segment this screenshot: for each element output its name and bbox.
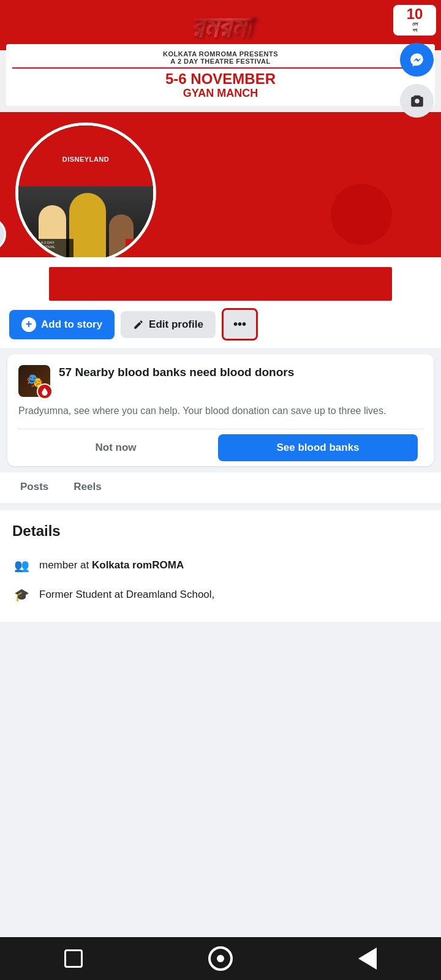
education-text: Former Student at Dreamland School, [39,587,214,602]
event-venue: GYAN MANCH [12,87,429,100]
android-nav-bar [0,937,441,980]
edit-profile-label: Edit profile [149,318,203,331]
pencil-icon [133,319,144,330]
membership-icon: 👥 [12,557,31,574]
home-icon [208,946,233,971]
blood-bank-notification: 🎭 57 Nearby blood banks need blood donor… [7,354,434,466]
details-section: Details 👥 member at Kolkata romROMA 🎓 Fo… [0,510,441,622]
side-icon-group [400,43,434,118]
deco-circle-bottom [331,184,392,245]
add-story-label: Add to story [41,318,102,331]
mini-thumb: 🎭 [126,239,153,257]
poster-text-bottom: PRESENTS A 2 DAY THEATRE FESTIVAL5-6 NOV… [18,239,74,257]
profile-picture-inner: DisneylanD PRESENTS A 2 DAY THEATRE FEST… [18,126,153,257]
notif-body-text: Pradyumna, see where you can help. Your … [18,404,423,418]
back-icon [358,948,377,970]
messenger-icon-btn[interactable] [400,43,434,77]
profile-tabs: Posts Reels [0,472,441,504]
nav-recent-apps[interactable] [57,942,91,976]
event-subtitle-2: A 2 DAY THEATRE FESTIVAL [12,58,429,65]
notif-text-body: 57 Nearby blood banks need blood donors [59,365,294,380]
action-buttons-row: + Add to story Edit profile ••• [0,301,441,348]
event-date: 5-6 NOVEMBER [12,71,429,87]
messenger-icon [409,52,425,68]
nav-home[interactable] [204,942,238,976]
add-to-story-button[interactable]: + Add to story [9,310,115,339]
home-icon-inner [217,955,224,962]
membership-text: member at Kolkata romROMA [39,558,184,573]
not-now-button[interactable]: Not now [18,429,213,466]
more-options-button[interactable]: ••• [222,308,258,341]
plus-circle-icon: + [21,317,36,332]
tab-posts[interactable]: Posts [9,472,59,503]
romroma-title: রমরমা [190,12,251,41]
disneyland-label-inner: DisneylanD [62,156,110,163]
notif-actions: Not now See blood banks [18,429,423,466]
notif-title: 57 Nearby blood banks need blood donors [59,365,294,380]
cover-poster: 10 দেশ দশ রমরমা KOLKATA ROMROMA PRESENTS… [0,0,441,112]
camera-icon [409,93,425,109]
profile-picture[interactable]: DisneylanD PRESENTS A 2 DAY THEATRE FEST… [15,123,156,257]
detail-row-education: 🎓 Former Student at Dreamland School, [12,580,429,609]
event-subtitle-1: KOLKATA ROMROMA PRESENTS [12,50,429,58]
details-heading: Details [12,522,429,540]
camera-icon-btn[interactable] [400,84,434,118]
red-bar-container [0,257,441,301]
notif-icon-wrapper: 🎭 [18,365,50,397]
detail-row-membership: 👥 member at Kolkata romROMA [12,551,429,580]
tab-reels[interactable]: Reels [62,472,112,503]
nav-back[interactable] [351,942,385,976]
edit-profile-button[interactable]: Edit profile [121,311,216,338]
recent-apps-icon [64,949,83,968]
notif-header: 🎭 57 Nearby blood banks need blood donor… [18,365,423,397]
more-dots-label: ••• [233,317,246,331]
blood-drop-icon [40,387,49,396]
event-details: KOLKATA ROMROMA PRESENTS A 2 DAY THEATRE… [6,44,435,106]
badge-10: 10 দেশ দশ [393,5,436,36]
profile-red-bar [49,267,392,301]
divider-line [12,67,429,69]
blood-badge [37,383,53,399]
see-blood-banks-button[interactable]: See blood banks [218,434,418,461]
cover-photo: 10 দেশ দশ রমরমা KOLKATA ROMROMA PRESENTS… [0,0,441,257]
figure-2 [69,193,106,257]
education-icon: 🎓 [12,586,31,603]
